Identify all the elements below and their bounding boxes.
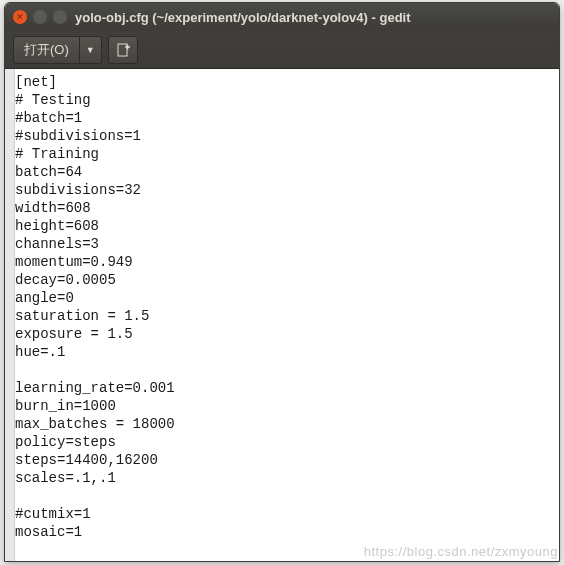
text-editor[interactable]: [net] # Testing #batch=1 #subdivisions=1… [15,69,559,561]
open-button-label[interactable]: 打开(O) [14,37,80,63]
maximize-icon[interactable] [53,10,67,24]
chevron-down-icon[interactable]: ▼ [80,37,101,63]
window-title: yolo-obj.cfg (~/experiment/yolo/darknet-… [75,10,411,25]
close-icon[interactable]: ✕ [13,10,27,24]
new-document-icon [115,42,131,58]
open-button[interactable]: 打开(O) ▼ [13,36,102,64]
gedit-window: ✕ yolo-obj.cfg (~/experiment/yolo/darkne… [4,2,560,562]
toolbar: 打开(O) ▼ [5,31,559,69]
window-controls: ✕ [13,10,67,24]
minimize-icon[interactable] [33,10,47,24]
titlebar[interactable]: ✕ yolo-obj.cfg (~/experiment/yolo/darkne… [5,3,559,31]
left-gutter [5,69,15,562]
svg-rect-0 [118,44,127,56]
watermark: https://blog.csdn.net/zxmyoung [364,544,558,559]
new-tab-button[interactable] [108,36,138,64]
